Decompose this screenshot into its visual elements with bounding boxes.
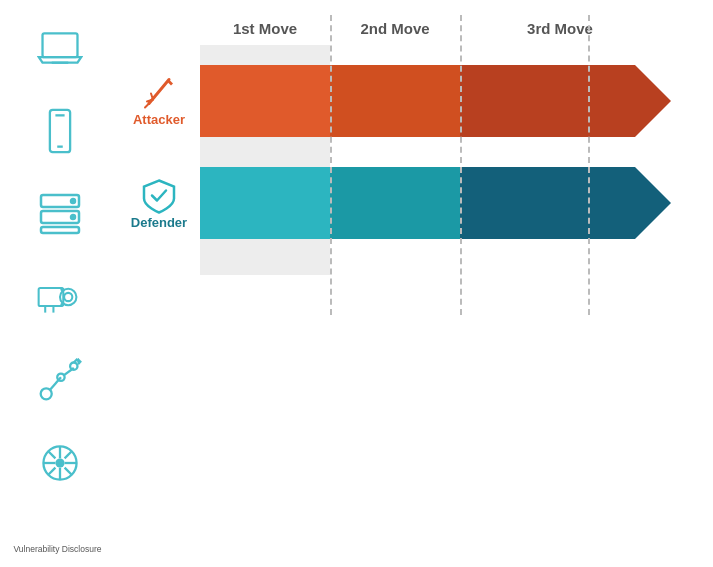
svg-rect-9 [41, 227, 79, 233]
robot-arm-icon-wrapper [33, 352, 88, 407]
column-headers: 1st Move 2nd Move 3rd Move [200, 20, 693, 37]
robot-arm-icon [37, 357, 83, 403]
header-3rd-move: 3rd Move [460, 20, 660, 37]
shield-icon [140, 177, 178, 215]
dashed-line-1 [330, 15, 332, 315]
attacker-row: Attacker [120, 65, 693, 137]
defender-row: Defender [120, 167, 693, 239]
attacker-seg-3 [460, 65, 635, 137]
svg-point-12 [64, 292, 72, 300]
server-icon-wrapper [33, 186, 88, 241]
header-1st-move: 1st Move [200, 20, 330, 37]
defender-bar [200, 167, 693, 239]
laptop-icon-wrapper [33, 20, 88, 75]
sword-icon [141, 76, 177, 112]
attacker-seg-2 [330, 65, 460, 137]
mobile-icon-wrapper [33, 103, 88, 158]
svg-point-21 [70, 362, 77, 369]
svg-line-33 [65, 451, 72, 458]
vulnerability-label: Vulnerability Disclosure [0, 544, 115, 555]
svg-point-8 [71, 215, 75, 219]
header-2nd-move: 2nd Move [330, 20, 460, 37]
svg-line-32 [65, 467, 72, 474]
defender-seg-3 [460, 167, 635, 239]
attacker-label-area: Attacker [120, 76, 198, 127]
network-icon [37, 440, 83, 486]
sidebar: Vulnerability Disclosure [0, 0, 120, 567]
attacker-bar [200, 65, 693, 137]
mobile-icon [37, 108, 83, 154]
defender-label-area: Defender [120, 177, 198, 230]
chart-area: Attacker [120, 55, 693, 547]
laptop-icon [37, 25, 83, 71]
server-icon [37, 191, 83, 237]
industrial-icon-wrapper [33, 269, 88, 324]
defender-seg-1 [200, 167, 330, 239]
svg-rect-0 [43, 33, 78, 57]
main-chart: 1st Move 2nd Move 3rd Move [120, 0, 713, 567]
attacker-arrow-tip [635, 65, 671, 137]
main-container: Vulnerability Disclosure 1st Move 2nd Mo… [0, 0, 713, 567]
dashed-line-2 [460, 15, 462, 315]
dashed-line-3 [588, 15, 590, 315]
svg-point-6 [71, 199, 75, 203]
network-icon-wrapper [33, 435, 88, 490]
svg-line-37 [145, 104, 149, 108]
svg-point-26 [55, 458, 64, 467]
industrial-icon [37, 274, 83, 320]
svg-line-31 [48, 451, 55, 458]
attacker-seg-1 [200, 65, 330, 137]
defender-seg-2 [330, 167, 460, 239]
defender-arrow-bar [200, 167, 693, 239]
defender-text: Defender [131, 215, 187, 230]
attacker-text: Attacker [133, 112, 185, 127]
attacker-arrow-bar [200, 65, 693, 137]
defender-arrow-tip [635, 167, 671, 239]
svg-line-34 [48, 467, 55, 474]
